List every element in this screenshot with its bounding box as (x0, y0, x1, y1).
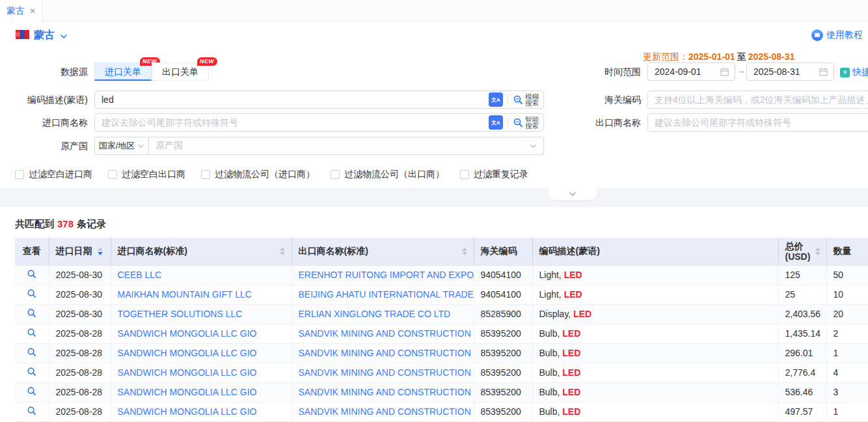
sort-icon[interactable] (98, 247, 103, 255)
desc-text: Bulb, (539, 406, 563, 417)
country-title[interactable]: 蒙古 (34, 29, 55, 42)
origin-group: 国家/地区 原产国 (94, 137, 544, 155)
fuzzy-search-button[interactable]: 模糊搜索 (513, 93, 543, 107)
desc-text: Bulb, (539, 367, 563, 378)
search-icon (513, 117, 523, 128)
exporter-link[interactable]: ERENHOT RUITONG IMPORT AND EXPORT ... (299, 270, 474, 280)
importer-input[interactable] (95, 117, 489, 128)
hs-code-cell: 94054100 (474, 285, 532, 304)
importer-link[interactable]: CEEB LLC (118, 270, 162, 280)
tab-import-declarations[interactable]: 进口关单 NEW (94, 63, 152, 81)
col-import-date[interactable]: 进口日期 (49, 238, 111, 265)
checkbox[interactable] (460, 170, 469, 179)
sort-icon[interactable] (462, 247, 467, 255)
code-desc-searchbox: 文A 模糊搜索 (94, 91, 544, 109)
tab-export-declarations[interactable]: 出口关单 NEW (152, 63, 209, 81)
filter-checkbox[interactable]: 过滤空白出口商 (108, 169, 185, 180)
total-cell: 2,403.56 (778, 304, 826, 324)
magnifier-icon (27, 367, 36, 376)
import-date-cell: 2025-08-28 (49, 324, 111, 343)
checkbox[interactable] (108, 170, 117, 179)
importer-link[interactable]: SANDWICH MONGOLIA LLC GIO (118, 387, 257, 397)
importer-link[interactable]: MAIKHAN MOUNTAIN GIFT LLC (118, 289, 252, 300)
exporter-input[interactable] (647, 113, 868, 132)
update-range-to: 2025-08-31 (748, 51, 795, 62)
sort-icon[interactable] (815, 247, 821, 255)
importer-link[interactable]: SANDWICH MONGOLIA LLC GIO (118, 348, 257, 358)
exporter-link[interactable]: SANDVIK MINING AND CONSTRUCTION L... (299, 348, 474, 358)
filter-checkbox[interactable]: 过滤物流公司（出口商） (331, 169, 444, 180)
total-cell: 296.01 (778, 343, 826, 363)
total-cell: 536.46 (778, 382, 826, 402)
view-button[interactable] (27, 386, 36, 396)
importer-link[interactable]: SANDWICH MONGOLIA LLC GIO (118, 367, 257, 378)
collapse-strip (0, 188, 868, 207)
view-button[interactable] (27, 269, 36, 279)
exporter-cell: SANDVIK MINING AND CONSTRUCTION L... (292, 382, 474, 402)
filter-checkbox[interactable]: 过滤物流公司（进口商） (201, 169, 315, 180)
table-header-row: 查看 进口日期 进口商名称(标准) (15, 238, 868, 265)
mongolia-flag-icon (16, 30, 29, 39)
checkbox[interactable] (331, 170, 340, 179)
hs-code-cell: 94054100 (474, 265, 532, 285)
time-range-label: 时间范围 (561, 66, 641, 78)
view-button[interactable] (27, 367, 36, 376)
view-button[interactable] (27, 406, 36, 415)
sort-icon[interactable] (280, 247, 285, 255)
quick-select-button[interactable]: ✳ 快捷 (840, 66, 868, 78)
tutorial-label: 使用教程 (826, 29, 863, 41)
exporter-link[interactable]: BEIJING AHATU INTERNATIONAL TRADE C... (299, 289, 474, 300)
view-cell (15, 285, 49, 304)
col-code-desc: 编码描述(蒙语) (532, 238, 778, 265)
checkbox[interactable] (15, 170, 24, 179)
chevron-down-icon[interactable] (60, 33, 68, 40)
col-view: 查看 (15, 238, 49, 265)
translate-icon[interactable]: 文A (489, 92, 503, 107)
origin-region-select[interactable]: 国家/地区 (94, 137, 149, 155)
date-start-input[interactable]: 2024-09-01 (647, 63, 735, 81)
view-cell (15, 324, 49, 343)
col-exporter[interactable]: 出口商名称(标准) (292, 238, 474, 265)
tutorial-link[interactable]: 使用教程 (811, 29, 863, 41)
total-cell: 497.57 (778, 402, 826, 421)
table-row: 2025-08-28 SANDWICH MONGOLIA LLC GIO SAN… (15, 343, 868, 363)
view-button[interactable] (27, 288, 36, 298)
exporter-link[interactable]: SANDVIK MINING AND CONSTRUCTION L... (299, 387, 474, 397)
magnifier-icon (27, 347, 36, 357)
exporter-link[interactable]: SANDVIK MINING AND CONSTRUCTION L... (299, 328, 474, 339)
filter-panel: 更新范围：2025-01-01至2025-08-31 数据源 进口关单 NEW … (0, 49, 868, 188)
exporter-link[interactable]: SANDVIK MINING AND CONSTRUCTION L... (299, 406, 474, 417)
filter-checkbox[interactable]: 过滤重复记录 (460, 169, 528, 180)
table-row: 2025-08-28 SANDWICH MONGOLIA LLC GIO SAN… (15, 402, 868, 421)
date-end-input[interactable]: 2025-08-31 (746, 63, 834, 81)
update-range-from: 2025-01-01 (688, 51, 735, 62)
col-importer[interactable]: 进口商名称(标准) (111, 238, 292, 265)
table-row: 2025-08-28 SANDWICH MONGOLIA LLC GIO SAN… (15, 324, 868, 343)
close-icon[interactable]: ✕ (29, 7, 36, 15)
importer-link[interactable]: TOGETHER SOLUTIONS LLC (118, 309, 243, 319)
origin-country-select[interactable]: 原产国 (149, 137, 544, 155)
view-button[interactable] (27, 347, 36, 357)
app-header: 蒙古 使用教程 (0, 21, 868, 49)
code-desc-input[interactable] (95, 94, 489, 105)
smart-search-button[interactable]: 智能搜索 (513, 116, 543, 130)
import-date-cell: 2025-08-30 (49, 285, 111, 304)
magnifier-icon (27, 288, 36, 298)
tab-mongolia[interactable]: 蒙古 ✕ (0, 0, 43, 21)
checkbox[interactable] (201, 170, 210, 179)
tab-label: 蒙古 (7, 5, 25, 17)
exporter-link[interactable]: SANDVIK MINING AND CONSTRUCTION L... (299, 367, 474, 378)
desc-highlight: LED (564, 270, 582, 280)
code-desc-cell: Light, LED (532, 265, 778, 285)
importer-link[interactable]: SANDWICH MONGOLIA LLC GIO (118, 328, 257, 339)
importer-link[interactable]: SANDWICH MONGOLIA LLC GIO (118, 406, 257, 417)
importer-cell: SANDWICH MONGOLIA LLC GIO (111, 324, 292, 343)
translate-icon[interactable]: 文A (489, 115, 503, 130)
col-total-usd[interactable]: 总价 (USD) (778, 238, 826, 265)
filter-checkbox[interactable]: 过滤空白进口商 (15, 169, 92, 180)
collapse-toggle[interactable] (549, 188, 597, 200)
exporter-link[interactable]: ERLIAN XINGLONG TRADE CO LTD (299, 309, 451, 319)
view-button[interactable] (27, 328, 36, 337)
hs-code-input[interactable] (647, 91, 868, 109)
view-button[interactable] (27, 308, 36, 318)
